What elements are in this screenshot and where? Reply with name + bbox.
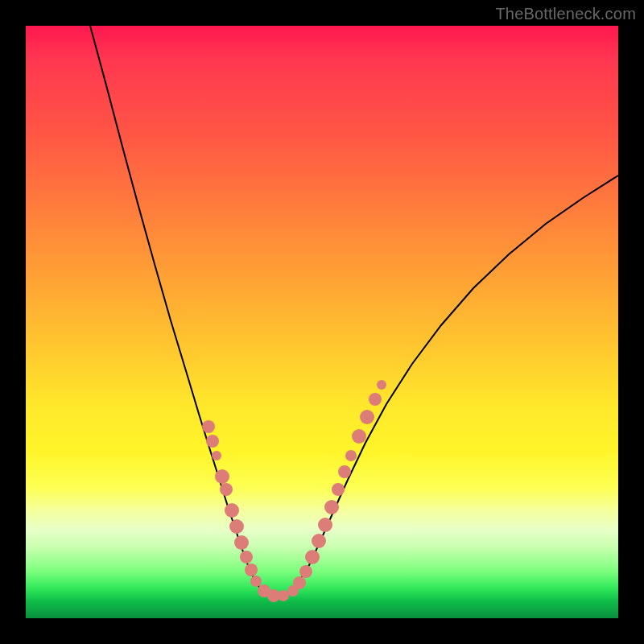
bead-left-7 xyxy=(234,535,249,550)
bead-group xyxy=(202,380,386,602)
bead-right-11 xyxy=(360,410,374,424)
bead-left-13 xyxy=(278,590,289,601)
bead-right-1 xyxy=(293,576,306,589)
bead-left-9 xyxy=(245,564,258,576)
bead-left-0 xyxy=(202,420,215,433)
bead-left-4 xyxy=(220,483,233,496)
bead-right-2 xyxy=(299,565,312,578)
bead-right-13 xyxy=(377,380,386,390)
bead-left-5 xyxy=(225,503,239,518)
curve-right-curve xyxy=(291,175,618,591)
bead-right-3 xyxy=(305,550,320,564)
chart-svg xyxy=(26,26,618,618)
bead-left-6 xyxy=(229,519,244,534)
bead-right-10 xyxy=(352,429,366,444)
bead-right-4 xyxy=(312,534,326,548)
bead-right-9 xyxy=(345,450,357,461)
curve-group xyxy=(90,26,618,597)
bead-right-8 xyxy=(338,465,351,478)
bead-right-5 xyxy=(318,518,332,532)
bead-left-10 xyxy=(250,576,262,587)
bead-left-3 xyxy=(215,469,229,484)
bead-left-8 xyxy=(240,551,253,564)
bead-left-2 xyxy=(212,451,221,460)
chart-plot-area xyxy=(26,26,618,618)
watermark-text: TheBottleneck.com xyxy=(495,5,636,23)
bead-left-1 xyxy=(206,435,219,448)
bead-right-12 xyxy=(369,393,382,406)
bead-right-7 xyxy=(332,483,345,496)
chart-frame: TheBottleneck.com xyxy=(0,0,644,644)
bead-right-6 xyxy=(324,500,339,514)
